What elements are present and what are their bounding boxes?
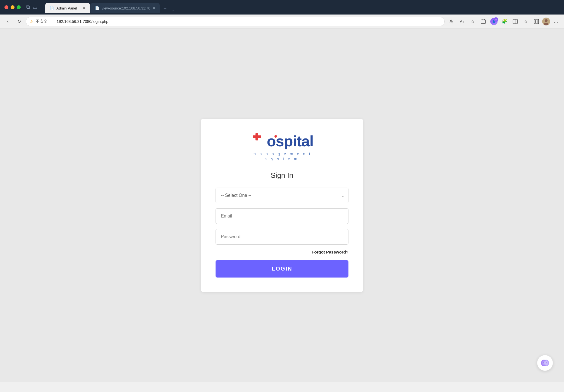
- login-card: ospital m a n a g e m e n t s y s t e m …: [201, 119, 363, 292]
- tab-admin-panel-close[interactable]: ✕: [83, 6, 85, 10]
- minimize-button[interactable]: [11, 5, 15, 9]
- nav-right-icons: あ A↑ ☆ 👤 12 🧩: [447, 17, 561, 26]
- insecure-label: 不安全: [36, 19, 47, 24]
- address-separator: │: [51, 19, 53, 24]
- brain-icon: [540, 358, 550, 368]
- new-tab-button[interactable]: ＋: [160, 4, 170, 13]
- svg-point-10: [545, 19, 548, 22]
- maximize-button[interactable]: [17, 5, 21, 9]
- tab-page-icon: 📄: [50, 6, 54, 10]
- translate-button[interactable]: あ: [447, 17, 456, 26]
- svg-rect-13: [253, 135, 261, 138]
- back-button[interactable]: ‹: [3, 17, 12, 26]
- user-avatar[interactable]: [542, 18, 550, 25]
- tab-list-button[interactable]: ⌵: [170, 6, 175, 13]
- logo-subtitle-line1: m a n a g e m e n t: [216, 152, 348, 156]
- logo-area: ospital m a n a g e m e n t s y s t e m: [216, 132, 348, 161]
- address-url: 192.168.56.31:7080/login.php: [57, 19, 108, 24]
- email-input[interactable]: [216, 208, 348, 224]
- sign-in-title: Sign In: [216, 171, 348, 180]
- svg-rect-0: [481, 20, 486, 23]
- logo-dot: [274, 135, 277, 138]
- role-select-group: -- Select One -- Admin Doctor Patient ⌵: [216, 188, 348, 203]
- password-input[interactable]: [216, 229, 348, 245]
- profile-badge-button[interactable]: 👤 12: [489, 17, 499, 26]
- navigation-bar: ‹ ↻ ⚠ 不安全 │ 192.168.56.31:7080/login.php…: [0, 15, 564, 28]
- traffic-lights: [4, 5, 21, 9]
- tab-admin-panel[interactable]: 📄 Admin Panel ✕: [45, 3, 90, 13]
- svg-rect-6: [534, 19, 539, 24]
- close-button[interactable]: [4, 5, 8, 9]
- tab-view-source-label: view-source:192.168.56.31:70: [102, 6, 150, 10]
- svg-point-17: [544, 360, 548, 365]
- forgot-password-area: Forgot Password?: [216, 250, 348, 255]
- page-content: ospital m a n a g e m e n t s y s t e m …: [0, 28, 564, 382]
- email-group: [216, 208, 348, 224]
- new-tab-icon[interactable]: ▭: [33, 4, 37, 10]
- downloads-button[interactable]: [532, 17, 541, 26]
- notification-badge: 12: [494, 17, 498, 22]
- address-bar[interactable]: ⚠ 不安全 │ 192.168.56.31:7080/login.php: [26, 17, 444, 26]
- floating-brain-widget[interactable]: [537, 355, 553, 371]
- tab-view-source[interactable]: 📄 view-source:192.168.56.31:70 ✕: [90, 3, 160, 13]
- logo-title: ospital: [216, 132, 348, 150]
- reload-button[interactable]: ↻: [15, 17, 23, 26]
- read-aloud-button[interactable]: A↑: [457, 17, 467, 26]
- extensions-button[interactable]: 🧩: [500, 17, 509, 26]
- favorites-button[interactable]: ☆: [468, 17, 477, 26]
- tab-view-source-icon: 📄: [95, 6, 99, 10]
- logo-ospital-text: ospital: [267, 133, 313, 149]
- forgot-password-link[interactable]: Forgot Password?: [312, 250, 348, 254]
- tab-view-source-close[interactable]: ✕: [152, 6, 155, 10]
- login-button[interactable]: LOGIN: [216, 260, 348, 278]
- settings-menu-button[interactable]: …: [551, 17, 561, 26]
- split-view-button[interactable]: [510, 17, 520, 26]
- logo-cross-svg: [250, 132, 266, 149]
- role-select[interactable]: -- Select One -- Admin Doctor Patient: [216, 188, 348, 203]
- favorites-collections-button[interactable]: ☆: [521, 17, 530, 26]
- password-group: [216, 229, 348, 245]
- calendar-icon-btn[interactable]: [479, 17, 488, 26]
- logo-subtitle-line2: s y s t e m: [216, 157, 348, 161]
- tab-group-icon[interactable]: ⧉: [26, 4, 30, 10]
- tab-admin-panel-label: Admin Panel: [56, 6, 77, 10]
- security-warning-icon: ⚠: [30, 19, 34, 24]
